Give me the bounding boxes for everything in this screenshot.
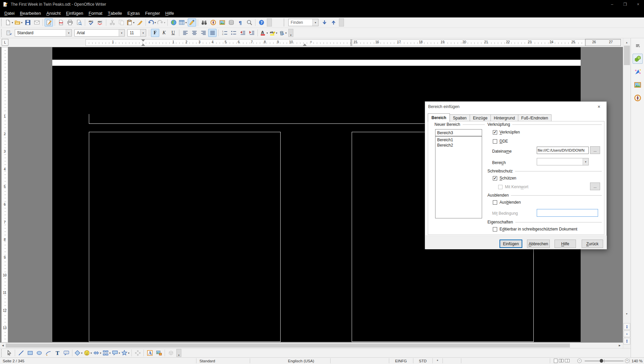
dialog-close-button[interactable]: × — [591, 102, 606, 111]
zurueck-button[interactable]: Zurück — [582, 240, 603, 248]
background-color-button[interactable]: ▾ — [278, 29, 287, 37]
export-pdf-button[interactable] — [57, 18, 65, 27]
picture-from-file-button[interactable] — [155, 349, 163, 357]
sidebar-properties-button[interactable] — [633, 54, 643, 64]
format-paintbrush-button[interactable] — [135, 18, 144, 27]
align-right-button[interactable] — [199, 29, 208, 37]
checkbox-icon[interactable]: ✓ — [493, 130, 497, 135]
edit-mode-button[interactable] — [45, 18, 53, 27]
line-button[interactable] — [17, 349, 25, 357]
spellcheck-button[interactable] — [87, 18, 95, 27]
language-indicator[interactable]: Englisch (USA) — [250, 358, 330, 364]
menu-format[interactable]: Format — [86, 9, 105, 17]
close-button[interactable]: × — [637, 2, 639, 7]
block-arrows-button[interactable]: ▾ — [93, 349, 102, 357]
section-list[interactable]: Bereich1Bereich2 — [435, 136, 482, 218]
find-toolbar-end[interactable] — [339, 18, 344, 27]
zoom-button[interactable] — [245, 18, 253, 27]
ellipse-button[interactable] — [35, 349, 43, 357]
text-frame[interactable] — [89, 132, 281, 342]
page-preview-button[interactable] — [75, 18, 83, 27]
find-replace-button[interactable] — [200, 18, 208, 27]
menu-ansicht[interactable]: Ansicht — [44, 9, 63, 17]
font-name-combo[interactable]: Arial ▾ — [74, 29, 125, 37]
sidebar-menu-button[interactable] — [633, 41, 643, 51]
basic-shapes-button[interactable]: ▾ — [74, 349, 83, 357]
section-name-input[interactable]: Bereich3 — [435, 129, 482, 136]
filename-input[interactable]: file:///C:/Users/DIVID/DOWN — [537, 147, 589, 154]
tab-type-selector[interactable]: L — [2, 39, 8, 46]
restore-button[interactable]: ❐ — [623, 2, 627, 7]
chevron-down-icon[interactable]: ▾ — [140, 30, 146, 36]
horizontal-scrollbar-thumb[interactable] — [6, 344, 570, 348]
gallery-button[interactable] — [218, 18, 226, 27]
paste-button[interactable]: ▾ — [126, 18, 135, 27]
modified-indicator[interactable]: * — [432, 358, 443, 364]
scroll-down-icon[interactable]: ▼ — [624, 311, 630, 316]
zoom-slider-thumb[interactable] — [600, 359, 603, 363]
checkbox-icon[interactable] — [493, 227, 497, 231]
bullet-list-button[interactable] — [229, 29, 238, 37]
underline-button[interactable]: U — [169, 29, 177, 37]
scroll-right-icon[interactable]: ▶ — [617, 343, 623, 348]
align-left-button[interactable] — [181, 29, 189, 37]
right-indent-marker[interactable] — [303, 44, 307, 46]
menu-fenster[interactable]: Fenster — [142, 9, 163, 17]
new-document-button[interactable]: ▾ — [5, 18, 13, 27]
view-single-page-icon[interactable] — [554, 359, 558, 363]
vertical-scrollbar-thumb[interactable] — [624, 46, 630, 65]
checkbox-dde[interactable]: DDE — [493, 139, 508, 144]
numbered-list-button[interactable] — [220, 29, 229, 37]
checkbox-icon[interactable] — [493, 139, 497, 144]
menu-einfuegen[interactable]: Einfügen — [63, 9, 86, 17]
dropdown-arrow-icon[interactable]: ▾ — [267, 32, 268, 35]
tab-fussendnoten[interactable]: Fuß-/Endnoten — [518, 114, 551, 121]
select-button[interactable] — [5, 349, 13, 357]
horizontal-scrollbar[interactable]: ◀ ▶ — [0, 343, 623, 348]
italic-button[interactable]: K — [160, 29, 168, 37]
dropdown-arrow-icon[interactable]: ▾ — [285, 32, 287, 35]
chevron-down-icon[interactable]: ▾ — [583, 158, 588, 165]
navigation-button[interactable]: ● — [624, 330, 630, 337]
toolbar-overflow-button[interactable]: ▾ — [288, 29, 293, 37]
hilfe-button[interactable]: Hilfe — [554, 240, 576, 248]
symbol-shapes-button[interactable]: ▾ — [83, 349, 92, 357]
selection-mode-indicator[interactable]: STD — [413, 358, 432, 364]
previous-page-button[interactable]: ▲▲ — [624, 323, 630, 330]
data-sources-button[interactable] — [227, 18, 235, 27]
stars-button[interactable]: ▾ — [121, 349, 130, 357]
tab-einzuege[interactable]: Einzüge — [470, 114, 491, 121]
chevron-down-icon[interactable]: ▾ — [119, 30, 124, 36]
left-indent-marker[interactable] — [141, 44, 145, 46]
chevron-down-icon[interactable]: ▾ — [312, 19, 318, 26]
menu-tabelle[interactable]: Tabelle — [105, 9, 125, 17]
browse-button[interactable]: ... — [590, 146, 600, 154]
section-list-item[interactable]: Bereich2 — [435, 143, 482, 148]
tab-spalten[interactable]: Spalten — [450, 114, 470, 121]
undo-button[interactable]: ▾ — [148, 18, 156, 27]
tab-bereich[interactable]: Bereich — [428, 113, 450, 122]
password-browse-button[interactable]: ... — [590, 183, 600, 190]
section-dropdown[interactable]: ▾ — [537, 158, 589, 165]
print-button[interactable] — [66, 18, 74, 27]
find-previous-button[interactable] — [329, 18, 338, 27]
scroll-up-icon[interactable]: ▲ — [624, 40, 630, 45]
find-next-button[interactable] — [320, 18, 329, 27]
checkbox-icon[interactable]: ✓ — [493, 176, 497, 180]
fontwork-gallery-button[interactable] — [145, 349, 154, 357]
find-combo[interactable]: Finden ▾ — [288, 19, 318, 26]
dropdown-arrow-icon[interactable]: ▾ — [133, 21, 134, 24]
bold-button[interactable]: F — [151, 29, 159, 37]
flowchart-button[interactable]: ▾ — [102, 349, 111, 357]
dropdown-arrow-icon[interactable]: ▾ — [128, 352, 129, 355]
zoom-out-icon[interactable]: − — [577, 359, 582, 363]
navigator-button[interactable] — [209, 18, 217, 27]
sidebar-gallery-button[interactable] — [633, 80, 643, 90]
dropdown-arrow-icon[interactable]: ▾ — [81, 352, 82, 355]
formatting-marks-button[interactable] — [236, 18, 244, 27]
page-indicator[interactable]: Seite 2 / 345 — [3, 358, 24, 364]
freeform-line-button[interactable] — [44, 349, 52, 357]
zoom-in-icon[interactable]: + — [625, 359, 629, 363]
menu-extras[interactable]: Extras — [125, 9, 142, 17]
save-button[interactable] — [23, 18, 32, 27]
